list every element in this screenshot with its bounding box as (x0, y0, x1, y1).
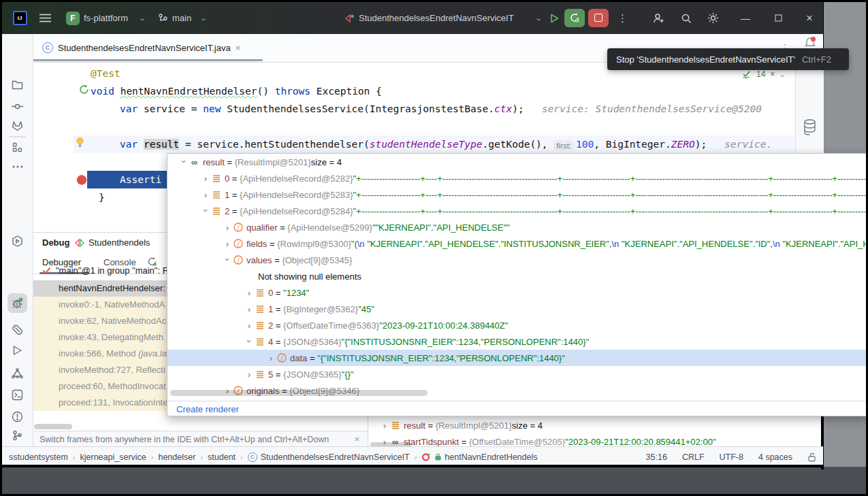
structure-tool-icon[interactable] (7, 137, 27, 157)
popup-tree-row[interactable]: ›2 = {ApiHendelseRecord@5284} "+--------… (167, 203, 867, 219)
readonly-unlock-icon[interactable] (807, 452, 816, 462)
expand-chevron-icon[interactable]: › (222, 222, 233, 233)
code-line[interactable]: void hentNavnEndretHendelser() throws Ex… (91, 82, 382, 100)
breadcrumb-item[interactable]: student (208, 452, 236, 462)
variable-row[interactable]: ›result = {ResultImpl@5201} size = 4 (368, 417, 823, 433)
breakpoint-icon[interactable] (76, 173, 88, 186)
project-name[interactable]: fs-plattform (84, 2, 128, 34)
more-actions-kebab-icon[interactable]: ⋮ (617, 2, 629, 34)
thread-selector[interactable]: "main"@1 in group "main": R (33, 261, 169, 279)
notifications-icon[interactable] (804, 36, 816, 48)
breadcrumb-item[interactable]: hendelser (158, 452, 195, 462)
popup-tree-row[interactable]: ›fdata = "{"INSTITUSJONSNR_EIER":1234,"P… (167, 350, 867, 366)
git-tool-icon[interactable] (7, 425, 27, 445)
services-tool-icon[interactable] (7, 231, 27, 251)
breadcrumb-item[interactable]: kjerneapi_service (80, 452, 146, 462)
project-icon[interactable]: F (65, 2, 81, 34)
inspections-chevron-icon[interactable]: ⌄ (779, 71, 787, 78)
run-configuration-name[interactable]: StudenthendelsesEndretNavnServiceIT (359, 2, 514, 34)
variables-panel[interactable]: ›result = {ResultImpl@5201} size = 4›∞st… (368, 417, 823, 450)
search-everywhere-icon[interactable] (678, 2, 694, 34)
line-ending[interactable]: CRLF (682, 452, 705, 462)
main-menu-hamburger-icon[interactable] (36, 2, 54, 34)
branch-name[interactable]: main (172, 2, 191, 34)
popup-tree-row[interactable]: ›2 = {OffsetDateTime@5363} "2023-09-21T1… (167, 317, 867, 333)
banner-close-icon[interactable]: × (355, 435, 359, 444)
more-tool-icon[interactable] (7, 156, 27, 176)
create-renderer-link[interactable]: Create renderer (167, 401, 867, 416)
expand-chevron-icon[interactable]: › (244, 304, 255, 314)
build-tool-icon[interactable] (7, 320, 27, 340)
popup-tree-row[interactable]: ›0 = {ApiHendelseRecord@5282} "+--------… (167, 170, 867, 186)
breadcrumb[interactable]: sstudentsystem›kjerneapi_service›hendels… (9, 452, 538, 462)
popup-tree-row[interactable]: ›0 = "1234" (167, 284, 867, 301)
field-icon: f (233, 239, 243, 249)
collapse-chevron-icon[interactable]: › (179, 156, 189, 167)
minimize-button[interactable]: — (737, 2, 754, 34)
popup-tree-row[interactable]: ›fqualifier = {ApiHendelse@5299} ""KJERN… (167, 219, 867, 235)
expand-chevron-icon[interactable]: › (266, 353, 276, 363)
popup-tree-row[interactable]: ›1 = {ApiHendelseRecord@5283} "+--------… (167, 186, 867, 203)
popup-horizontal-scrollbar[interactable] (170, 390, 428, 396)
popup-tree-row[interactable]: ›ffields = {RowImpl9@5300} "(\n "KJERNEA… (167, 235, 867, 252)
expand-chevron-icon[interactable]: › (222, 239, 233, 249)
expand-chevron-icon[interactable]: › (379, 420, 390, 431)
desktop-background-bottom (0, 467, 868, 496)
expand-chevron-icon[interactable]: › (200, 173, 211, 184)
breadcrumb-item[interactable]: hentNavnEndretHendels (421, 452, 537, 462)
expand-chevron-icon[interactable]: › (244, 369, 255, 380)
intellij-logo-icon[interactable]: IJ (12, 2, 28, 34)
code-with-me-icon[interactable] (650, 2, 666, 34)
run-button[interactable] (547, 2, 562, 34)
profiler-tool-icon[interactable] (7, 363, 27, 383)
popup-tree-row[interactable]: ›fvalues = {Object[9]@5345} (167, 252, 867, 268)
indent-setting[interactable]: 4 spaces (758, 452, 792, 462)
problems-tool-icon[interactable] (7, 407, 27, 427)
popup-tree-row[interactable]: ›1 = {BigInteger@5362} "45" (167, 301, 867, 317)
collapse-chevron-icon[interactable]: › (244, 335, 255, 346)
popup-tree-row[interactable]: ›5 = {JSON@5365} "{}" (167, 366, 867, 382)
debug-tool-icon[interactable] (7, 293, 27, 313)
popup-tree-row[interactable]: ›4 = {JSON@5364} "{"INSTITUSJONSNR_EIER"… (167, 333, 867, 350)
code-line[interactable]: var service = new StudenthendelsesServic… (120, 100, 762, 118)
inspections-close-icon[interactable]: × (770, 69, 775, 79)
expand-chevron-icon[interactable]: › (200, 190, 211, 200)
file-encoding[interactable]: UTF-8 (720, 452, 743, 462)
expand-chevron-icon[interactable]: › (244, 288, 255, 298)
code-line[interactable]: var result = service.hentStudenthendelse… (120, 135, 772, 153)
debug-session-tab[interactable]: Studenthendels (75, 237, 150, 248)
green-lock-icon (435, 453, 441, 461)
breadcrumb-item[interactable]: sstudentsystem (9, 452, 68, 462)
stop-button[interactable] (588, 9, 609, 27)
file-tab[interactable]: C StudenthendelsesEndretNavnServiceIT.ja… (33, 34, 250, 61)
terminal-tool-icon[interactable] (7, 385, 27, 405)
frames-horizontal-scrollbar[interactable] (34, 424, 72, 429)
tab-close-icon[interactable]: × (236, 43, 241, 53)
rerun-debug-button[interactable] (564, 9, 585, 27)
code-line[interactable]: @Test (91, 65, 120, 82)
intention-bulb-icon[interactable] (75, 137, 85, 148)
popup-tree-row[interactable]: ›∞result = {ResultImpl@5201} size = 4 (167, 154, 867, 170)
breadcrumb-item[interactable]: CStudenthendelsesEndretNavnServiceIT (248, 452, 410, 462)
collapse-chevron-icon[interactable]: › (201, 205, 211, 216)
settings-gear-icon[interactable] (705, 2, 721, 34)
git-branch-icon[interactable] (157, 2, 168, 34)
caret-position[interactable]: 35:16 (646, 452, 667, 462)
close-window-button[interactable]: × (801, 2, 818, 34)
code-line[interactable]: } (99, 188, 105, 206)
database-icon[interactable] (803, 119, 816, 135)
tooltip-shortcut: Ctrl+F2 (802, 54, 831, 65)
code-line[interactable]: Asserti (120, 171, 161, 188)
maximize-button[interactable] (770, 2, 786, 34)
run-tool-icon[interactable] (7, 340, 27, 360)
test-method-icon (421, 452, 432, 461)
commit-tool-icon[interactable] (7, 97, 27, 116)
debugger-evaluate-popup[interactable]: ›∞result = {ResultImpl@5201} size = 4›0 … (167, 153, 868, 416)
left-activity-bar (2, 34, 33, 465)
project-tool-icon[interactable] (7, 75, 27, 95)
collapse-chevron-icon[interactable]: › (223, 254, 233, 265)
popup-tree-row[interactable]: Not showing null elements (167, 268, 867, 284)
expand-chevron-icon[interactable]: › (244, 320, 255, 331)
test-rerun-gutter-icon[interactable] (79, 84, 89, 95)
inspections-count: 14 (756, 69, 765, 79)
